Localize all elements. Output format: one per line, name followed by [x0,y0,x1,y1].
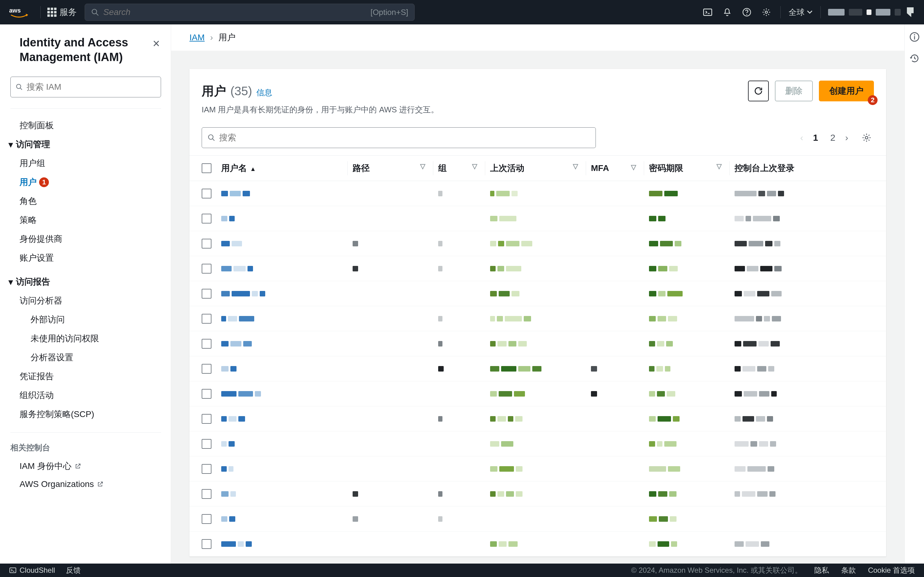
services-menu-button[interactable]: 服务 [45,5,79,20]
settings-icon[interactable] [759,5,773,19]
users-panel: 用户 (35) 信息 删除 创建用户 2 IAM 用户是具有长期凭证的身份，用于… [189,69,886,556]
sidebar-group-access-management[interactable]: ▾ 访问管理 [8,135,161,154]
sidebar-item-account-settings[interactable]: 账户设置 [19,248,161,268]
help-icon[interactable] [740,5,753,19]
table-row[interactable] [189,381,886,406]
table-row[interactable] [189,331,886,356]
col-path[interactable]: 路径 [353,163,370,173]
table-row[interactable] [189,356,886,381]
table-settings-button[interactable] [859,131,874,145]
row-checkbox[interactable] [202,414,212,424]
sidebar-item-unused-access[interactable]: 未使用的访问权限 [19,329,161,348]
table-row[interactable] [189,206,886,231]
sidebar-item-identity-center[interactable]: IAM 身份中心 [19,457,161,475]
flag-icon [907,7,914,17]
row-checkbox[interactable] [202,214,212,224]
sidebar-item-user-groups[interactable]: 用户组 [19,154,161,173]
row-checkbox[interactable] [202,289,212,298]
table-row[interactable] [189,431,886,456]
table-row[interactable] [189,281,886,306]
close-icon[interactable]: × [152,35,161,52]
history-icon[interactable] [909,53,920,63]
row-checkbox[interactable] [202,189,212,198]
table-row[interactable] [189,506,886,532]
region-selector[interactable]: 全球 [785,7,816,18]
sidebar-item-scp[interactable]: 服务控制策略(SCP) [19,405,161,424]
footer-feedback[interactable]: 反馈 [66,566,81,575]
col-password-age[interactable]: 密码期限 [649,163,683,173]
badge: 2 [868,95,877,105]
row-checkbox[interactable] [202,489,212,499]
filter-icon[interactable]: ▽ [472,163,477,170]
filter-icon[interactable]: ▽ [420,163,425,170]
footer-cookie[interactable]: Cookie 首选项 [868,566,915,575]
table-row[interactable] [189,181,886,206]
users-search-input[interactable] [219,133,590,143]
table-row[interactable] [189,532,886,556]
page-2[interactable]: 2 [828,131,838,144]
sidebar-item-access-analyzer[interactable]: 访问分析器 [19,291,161,310]
info-icon[interactable] [909,32,920,42]
create-user-button[interactable]: 创建用户 [819,81,874,102]
table-row[interactable] [189,306,886,331]
row-checkbox[interactable] [202,364,212,374]
sidebar-item-identity-providers[interactable]: 身份提供商 [19,230,161,248]
table-row[interactable] [189,231,886,256]
users-search[interactable] [202,127,596,148]
col-groups[interactable]: 组 [438,163,447,173]
sidebar-item-organizations[interactable]: AWS Organizations [19,475,161,493]
sidebar-group-access-reports[interactable]: ▾ 访问报告 [8,272,161,291]
account-menu[interactable] [825,7,917,17]
footer-cloudshell[interactable]: CloudShell [9,566,55,575]
footer-terms[interactable]: 条款 [841,566,856,575]
global-search[interactable]: [Option+S] [85,4,415,21]
global-search-input[interactable] [103,7,370,17]
sidebar-item-analyzer-settings[interactable]: 分析器设置 [19,348,161,367]
sidebar-item-roles[interactable]: 角色 [19,192,161,211]
redacted-value [490,241,581,247]
sidebar-item-policies[interactable]: 策略 [19,211,161,230]
row-checkbox[interactable] [202,314,212,324]
row-checkbox[interactable] [202,339,212,349]
external-link-icon [74,463,81,469]
row-checkbox[interactable] [202,264,212,274]
sidebar-search-input[interactable] [27,82,156,92]
row-checkbox[interactable] [202,239,212,248]
filter-icon[interactable]: ▽ [631,163,636,171]
redacted-value [490,466,581,472]
info-link[interactable]: 信息 [256,87,272,98]
sidebar-item-external-access[interactable]: 外部访问 [19,310,161,329]
redacted-value [649,191,725,196]
sidebar-item-org-activity[interactable]: 组织活动 [19,386,161,405]
notifications-icon[interactable] [720,5,734,19]
col-console-login[interactable]: 控制台上次登录 [735,163,795,173]
refresh-button[interactable] [748,81,769,102]
footer-privacy[interactable]: 隐私 [814,566,829,575]
sidebar-item-dashboard[interactable]: 控制面板 [19,116,161,135]
col-mfa[interactable]: MFA [591,163,609,173]
filter-icon[interactable]: ▽ [717,163,722,170]
page-1[interactable]: 1 [811,131,821,144]
page-next[interactable]: › [845,132,848,143]
sidebar-search[interactable] [10,77,161,97]
sort-asc-icon: ▲ [250,166,256,172]
table-row[interactable] [189,256,886,281]
col-username[interactable]: 用户名 [221,163,247,173]
sidebar-item-users[interactable]: 用户 1 [19,173,161,192]
table-row[interactable] [189,456,886,482]
breadcrumb-root[interactable]: IAM [189,33,205,42]
row-checkbox[interactable] [202,464,212,474]
row-checkbox[interactable] [202,439,212,449]
row-checkbox[interactable] [202,539,212,549]
table-row[interactable] [189,406,886,431]
row-checkbox[interactable] [202,514,212,524]
table-row[interactable] [189,482,886,506]
top-navbar: aws 服务 [Option+S] 全球 [0,0,924,24]
select-all-checkbox[interactable] [202,163,212,173]
sidebar-item-credential-report[interactable]: 凭证报告 [19,367,161,386]
svg-line-11 [20,88,22,90]
cloudshell-icon[interactable] [701,5,714,19]
filter-icon[interactable]: ▽ [573,163,578,170]
row-checkbox[interactable] [202,389,212,399]
col-last-activity[interactable]: 上次活动 [490,163,524,173]
